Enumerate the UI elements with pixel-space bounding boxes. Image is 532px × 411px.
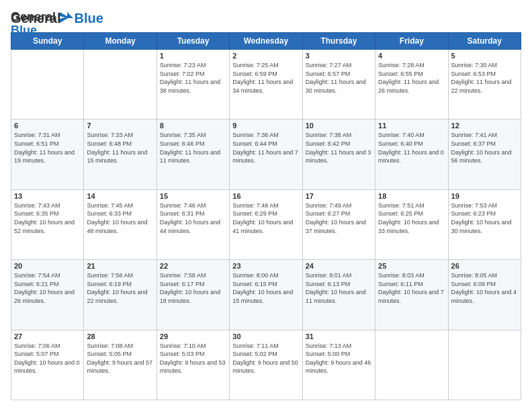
calendar-cell: 1Sunrise: 7:23 AM Sunset: 7:02 PM Daylig…	[157, 50, 229, 120]
logo-general-text: General	[11, 11, 56, 24]
calendar-cell: 12Sunrise: 7:41 AM Sunset: 6:37 PM Dayli…	[448, 120, 521, 189]
cell-content: Sunrise: 7:46 AM Sunset: 6:31 PM Dayligh…	[160, 201, 226, 235]
day-number: 26	[451, 262, 518, 270]
cell-content: Sunrise: 7:40 AM Sunset: 6:40 PM Dayligh…	[378, 131, 445, 165]
calendar-cell: 24Sunrise: 8:01 AM Sunset: 6:13 PM Dayli…	[302, 260, 375, 330]
weekday-header-friday: Friday	[375, 33, 448, 50]
day-number: 23	[232, 262, 299, 270]
logo-arrow-icon	[57, 11, 71, 24]
cell-content: Sunrise: 7:56 AM Sunset: 6:19 PM Dayligh…	[87, 271, 153, 305]
calendar-cell: 23Sunrise: 8:00 AM Sunset: 6:15 PM Dayli…	[230, 260, 302, 330]
day-number: 6	[14, 122, 81, 130]
calendar-cell: 3Sunrise: 7:27 AM Sunset: 6:57 PM Daylig…	[302, 50, 375, 120]
cell-content: Sunrise: 7:30 AM Sunset: 6:53 PM Dayligh…	[451, 61, 518, 95]
weekday-header-monday: Monday	[84, 33, 157, 50]
calendar-cell: 20Sunrise: 7:54 AM Sunset: 6:21 PM Dayli…	[11, 260, 84, 330]
calendar-cell: 2Sunrise: 7:25 AM Sunset: 6:59 PM Daylig…	[230, 50, 302, 120]
calendar-cell: 22Sunrise: 7:58 AM Sunset: 6:17 PM Dayli…	[157, 260, 229, 330]
calendar-cell: 31Sunrise: 7:13 AM Sunset: 5:00 PM Dayli…	[302, 330, 375, 400]
calendar-cell: 11Sunrise: 7:40 AM Sunset: 6:40 PM Dayli…	[375, 120, 448, 189]
week-row-4: 20Sunrise: 7:54 AM Sunset: 6:21 PM Dayli…	[11, 260, 521, 330]
calendar-cell: 28Sunrise: 7:08 AM Sunset: 5:05 PM Dayli…	[84, 330, 157, 400]
calendar-cell: 7Sunrise: 7:33 AM Sunset: 6:48 PM Daylig…	[84, 120, 157, 189]
calendar-cell: 27Sunrise: 7:06 AM Sunset: 5:07 PM Dayli…	[11, 330, 84, 400]
day-number: 14	[87, 192, 153, 200]
week-row-2: 6Sunrise: 7:31 AM Sunset: 6:51 PM Daylig…	[11, 120, 521, 189]
logo-text-block: General Blue	[11, 11, 71, 38]
calendar-cell: 25Sunrise: 8:03 AM Sunset: 6:11 PM Dayli…	[375, 260, 448, 330]
cell-content: Sunrise: 7:11 AM Sunset: 5:02 PM Dayligh…	[232, 342, 299, 375]
day-number: 25	[378, 262, 445, 270]
logo-overlay: General Blue	[11, 11, 71, 38]
weekday-header-wednesday: Wednesday	[230, 33, 302, 50]
day-number: 18	[378, 192, 445, 200]
week-row-1: 1Sunrise: 7:23 AM Sunset: 7:02 PM Daylig…	[11, 50, 521, 120]
cell-content: Sunrise: 7:36 AM Sunset: 6:44 PM Dayligh…	[232, 131, 299, 165]
calendar-cell	[375, 330, 448, 400]
day-number: 15	[160, 192, 226, 200]
cell-content: Sunrise: 8:03 AM Sunset: 6:11 PM Dayligh…	[378, 271, 445, 305]
calendar-table: SundayMondayTuesdayWednesdayThursdayFrid…	[11, 32, 521, 400]
day-number: 3	[306, 52, 372, 60]
cell-content: Sunrise: 7:48 AM Sunset: 6:29 PM Dayligh…	[232, 201, 299, 235]
calendar-cell: 29Sunrise: 7:10 AM Sunset: 5:03 PM Dayli…	[157, 330, 229, 400]
cell-content: Sunrise: 7:23 AM Sunset: 7:02 PM Dayligh…	[160, 61, 226, 95]
day-number: 9	[232, 122, 299, 130]
day-number: 11	[378, 122, 445, 130]
day-number: 13	[14, 192, 81, 200]
day-number: 5	[451, 52, 518, 60]
calendar-cell: 6Sunrise: 7:31 AM Sunset: 6:51 PM Daylig…	[11, 120, 84, 189]
cell-content: Sunrise: 7:35 AM Sunset: 6:46 PM Dayligh…	[160, 131, 226, 165]
cell-content: Sunrise: 7:58 AM Sunset: 6:17 PM Dayligh…	[160, 271, 226, 305]
day-number: 7	[87, 122, 153, 130]
day-number: 20	[14, 262, 81, 270]
cell-content: Sunrise: 8:01 AM Sunset: 6:13 PM Dayligh…	[306, 271, 372, 305]
day-number: 28	[87, 332, 153, 340]
cell-content: Sunrise: 7:31 AM Sunset: 6:51 PM Dayligh…	[14, 131, 81, 165]
day-number: 8	[160, 122, 226, 130]
cell-content: Sunrise: 7:51 AM Sunset: 6:25 PM Dayligh…	[378, 201, 445, 235]
cell-content: Sunrise: 7:27 AM Sunset: 6:57 PM Dayligh…	[306, 61, 372, 95]
logo-general-line: General	[11, 11, 71, 24]
calendar-cell: 19Sunrise: 7:53 AM Sunset: 6:23 PM Dayli…	[448, 189, 521, 259]
weekday-header-thursday: Thursday	[302, 33, 375, 50]
calendar-cell: 4Sunrise: 7:28 AM Sunset: 6:55 PM Daylig…	[375, 50, 448, 120]
day-number: 4	[378, 52, 445, 60]
cell-content: Sunrise: 7:08 AM Sunset: 5:05 PM Dayligh…	[87, 342, 153, 375]
calendar-cell: 5Sunrise: 7:30 AM Sunset: 6:53 PM Daylig…	[448, 50, 521, 120]
calendar-cell: 18Sunrise: 7:51 AM Sunset: 6:25 PM Dayli…	[375, 189, 448, 259]
cell-content: Sunrise: 7:43 AM Sunset: 6:35 PM Dayligh…	[14, 201, 81, 235]
logo-blue: Blue	[74, 11, 103, 26]
calendar-cell: 16Sunrise: 7:48 AM Sunset: 6:29 PM Dayli…	[230, 189, 302, 259]
calendar-cell	[84, 50, 157, 120]
calendar-cell: 8Sunrise: 7:35 AM Sunset: 6:46 PM Daylig…	[157, 120, 229, 189]
calendar-cell: 10Sunrise: 7:38 AM Sunset: 6:42 PM Dayli…	[302, 120, 375, 189]
calendar-cell	[448, 330, 521, 400]
page: General Blue General Blue SundayMondayTu…	[0, 0, 532, 411]
day-number: 19	[451, 192, 518, 200]
calendar-cell: 26Sunrise: 8:05 AM Sunset: 6:09 PM Dayli…	[448, 260, 521, 330]
day-number: 31	[306, 332, 372, 340]
cell-content: Sunrise: 7:28 AM Sunset: 6:55 PM Dayligh…	[378, 61, 445, 95]
header: General Blue General Blue	[11, 11, 521, 26]
day-number: 16	[232, 192, 299, 200]
logo-blue-text: Blue	[11, 24, 71, 38]
cell-content: Sunrise: 7:33 AM Sunset: 6:48 PM Dayligh…	[87, 131, 153, 165]
weekday-header-row: SundayMondayTuesdayWednesdayThursdayFrid…	[11, 33, 521, 50]
week-row-3: 13Sunrise: 7:43 AM Sunset: 6:35 PM Dayli…	[11, 189, 521, 259]
cell-content: Sunrise: 7:13 AM Sunset: 5:00 PM Dayligh…	[306, 342, 372, 375]
day-number: 10	[306, 122, 372, 130]
day-number: 27	[14, 332, 81, 340]
weekday-header-tuesday: Tuesday	[157, 33, 229, 50]
cell-content: Sunrise: 7:53 AM Sunset: 6:23 PM Dayligh…	[451, 201, 518, 235]
calendar-cell: 13Sunrise: 7:43 AM Sunset: 6:35 PM Dayli…	[11, 189, 84, 259]
day-number: 2	[232, 52, 299, 60]
day-number: 12	[451, 122, 518, 130]
weekday-header-saturday: Saturday	[448, 33, 521, 50]
day-number: 17	[306, 192, 372, 200]
day-number: 21	[87, 262, 153, 270]
cell-content: Sunrise: 7:25 AM Sunset: 6:59 PM Dayligh…	[232, 61, 299, 95]
calendar-cell: 30Sunrise: 7:11 AM Sunset: 5:02 PM Dayli…	[230, 330, 302, 400]
cell-content: Sunrise: 7:10 AM Sunset: 5:03 PM Dayligh…	[160, 342, 226, 375]
day-number: 29	[160, 332, 226, 340]
